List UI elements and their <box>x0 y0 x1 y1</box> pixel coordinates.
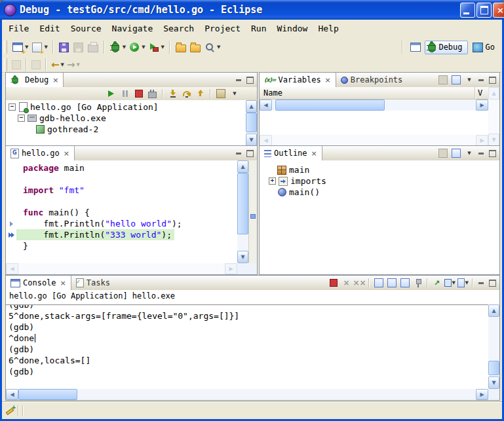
show-output-button[interactable] <box>399 278 410 288</box>
tab-tasks[interactable]: Tasks <box>71 276 115 290</box>
scrollbar-thumb[interactable] <box>488 361 499 375</box>
close-tab-icon[interactable]: × <box>52 76 58 84</box>
scroll-down-button[interactable]: ▼ <box>488 134 499 146</box>
console-vertical-scrollbar[interactable]: ▲ ▼ <box>488 304 499 389</box>
outline-tree-item[interactable]: main <box>266 164 499 175</box>
view-menu-button[interactable]: ▼ <box>463 75 475 85</box>
scrollbar-track[interactable] <box>488 317 499 376</box>
step-filters-button[interactable] <box>215 88 226 99</box>
variables-table-body[interactable] <box>260 111 488 135</box>
variables-vertical-scrollbar[interactable]: ▲ ▼ <box>488 87 499 146</box>
editor-horizontal-scrollbar[interactable]: ◀ ▶ <box>6 263 237 274</box>
open-resource-button[interactable] <box>188 40 203 54</box>
title-bar[interactable]: Debug - testGo/src/cmd/hello.go - Eclips… <box>0 0 504 20</box>
tab-console[interactable]: Console × <box>6 276 71 290</box>
scroll-left-button[interactable]: ◀ <box>6 389 18 400</box>
code-line[interactable]: } <box>6 240 237 251</box>
scroll-left-button[interactable]: ◀ <box>260 100 272 111</box>
scroll-down-button[interactable]: ▼ <box>488 376 499 389</box>
editor-vertical-scrollbar[interactable]: ▲ ▼ <box>237 160 248 263</box>
search-button[interactable]: ▼ <box>203 40 222 54</box>
last-edit-location-button[interactable] <box>30 59 42 71</box>
view-menu-button[interactable]: ▼ <box>229 88 240 99</box>
minimize-view-button[interactable] <box>476 149 486 158</box>
save-all-button[interactable] <box>71 40 86 54</box>
scroll-up-button[interactable]: ▲ <box>488 304 499 317</box>
debug-tree-item[interactable]: −gdb-hello.exe <box>6 113 246 124</box>
code-area[interactable]: package main import "fmt" func main() { … <box>6 160 237 263</box>
scroll-up-button[interactable]: ▲ <box>488 87 499 100</box>
open-console-button[interactable]: ▼ <box>457 278 469 288</box>
console-output[interactable]: (gdb)5^done,stack-args=[frame={level="0"… <box>6 304 488 389</box>
perspective-debug-button[interactable]: Debug <box>425 41 467 54</box>
code-line[interactable] <box>6 174 237 185</box>
overview-ruler[interactable] <box>248 160 257 263</box>
variables-bottom-scrollbar[interactable]: ◀ ▶ <box>260 135 488 146</box>
show-type-names-button[interactable] <box>437 75 448 85</box>
maximize-view-button[interactable] <box>245 149 254 158</box>
remove-all-terminated-button[interactable]: ×× <box>354 278 365 288</box>
debug-tree-item[interactable]: gothread-2 <box>6 124 246 135</box>
tree-expander[interactable]: − <box>9 103 16 111</box>
minimize-view-button[interactable] <box>234 76 243 84</box>
scrollbar-track[interactable] <box>246 113 257 134</box>
scrollbar-track[interactable] <box>18 389 476 400</box>
next-annotation-button[interactable] <box>10 59 22 71</box>
run-button[interactable]: ▼ <box>127 40 146 54</box>
menu-file[interactable]: File <box>3 21 34 36</box>
display-selected-console-button[interactable]: ▼ <box>444 278 456 288</box>
maximize-button[interactable] <box>476 3 492 18</box>
hide-fields-button[interactable] <box>450 148 461 158</box>
debug-tree-item[interactable]: −hello.go [Go Application] <box>6 101 246 113</box>
disconnect-button[interactable] <box>147 88 158 99</box>
toolbar-handle[interactable] <box>4 41 7 54</box>
save-button[interactable] <box>57 40 71 54</box>
scroll-right-button[interactable]: ▶ <box>225 263 237 274</box>
code-line[interactable]: package main <box>6 162 237 174</box>
scroll-down-button[interactable]: ▼ <box>246 134 257 146</box>
suspend-button[interactable] <box>119 88 130 99</box>
code-line[interactable]: fmt.Println("hello world"); <box>6 218 237 229</box>
menu-project[interactable]: Project <box>199 21 246 36</box>
terminate-button[interactable] <box>133 88 144 99</box>
scroll-right-button[interactable]: ▶ <box>476 100 488 111</box>
menu-source[interactable]: Source <box>66 21 107 36</box>
debug-vertical-scrollbar[interactable]: ▲ ▼ <box>246 100 257 146</box>
sort-button[interactable] <box>437 148 448 158</box>
maximize-view-button[interactable] <box>488 149 497 158</box>
step-into-button[interactable] <box>167 88 178 99</box>
close-tab-icon[interactable]: × <box>311 149 317 158</box>
code-line[interactable]: fmt.Println("333 world"); <box>6 229 237 240</box>
step-return-button[interactable] <box>195 88 206 99</box>
maximize-view-button[interactable] <box>245 76 254 84</box>
outline-tree[interactable]: main+importsmain() <box>260 160 499 274</box>
toolbar-handle[interactable] <box>4 58 7 71</box>
debug-tree[interactable]: −hello.go [Go Application]−gdb-hello.exe… <box>6 100 246 146</box>
maximize-view-button[interactable] <box>488 279 497 287</box>
forward-button[interactable]: →▼ <box>66 59 81 71</box>
close-tab-icon[interactable]: × <box>64 149 69 158</box>
tree-expander[interactable]: − <box>18 115 25 122</box>
scroll-left-button[interactable]: ◀ <box>260 135 272 146</box>
resume-button[interactable] <box>106 88 117 99</box>
scroll-up-button[interactable]: ▲ <box>237 160 248 173</box>
print-button[interactable] <box>86 40 100 54</box>
outline-tree-item[interactable]: +imports <box>266 175 499 187</box>
maximize-view-button[interactable] <box>488 76 497 84</box>
scroll-right-button[interactable]: ▶ <box>476 389 488 400</box>
perspective-go-button[interactable]: Go <box>470 41 499 54</box>
new-wizard-button[interactable]: ▼ <box>10 40 29 54</box>
new-go-element-button[interactable]: ▼ <box>29 40 48 54</box>
scroll-down-button[interactable]: ▼ <box>237 251 248 263</box>
collapse-all-button[interactable] <box>450 75 461 85</box>
tree-expander[interactable]: + <box>269 177 276 185</box>
scrollbar-thumb[interactable] <box>18 389 77 400</box>
menu-navigate[interactable]: Navigate <box>107 21 159 36</box>
minimize-view-button[interactable] <box>476 76 486 84</box>
variables-horizontal-scrollbar[interactable]: ◀ ▶ <box>260 100 488 111</box>
scroll-up-button[interactable]: ▲ <box>246 100 257 113</box>
remove-launch-button[interactable]: × <box>341 278 352 288</box>
column-name[interactable]: Name <box>260 88 282 98</box>
tab-debug-view[interactable]: Debug × <box>6 73 64 87</box>
outline-tree-item[interactable]: main() <box>266 187 499 198</box>
